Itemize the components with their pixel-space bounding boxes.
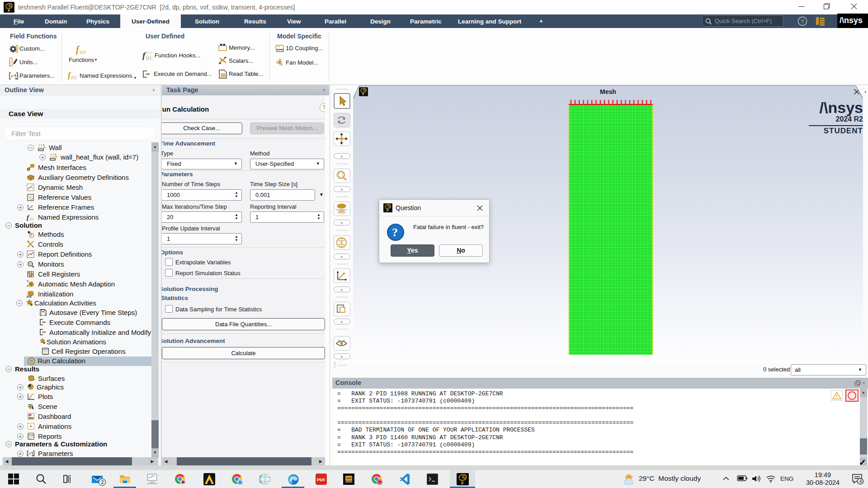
svg-text:f: f (76, 44, 80, 55)
svg-text:F: F (387, 209, 389, 212)
svg-text:PDF: PDF (317, 477, 326, 482)
svg-text:f: f (27, 214, 30, 221)
svg-text:F: F (8, 9, 10, 13)
svg-text:P: P (11, 74, 14, 79)
svg-text:4: 4 (859, 479, 862, 484)
svg-text:t=0: t=0 (27, 295, 31, 298)
svg-text:UNITE: UNITE (346, 477, 354, 480)
svg-text:P: P (28, 452, 31, 456)
svg-text:0101: 0101 (146, 58, 153, 61)
svg-text:?: ? (392, 226, 398, 239)
svg-text:?: ? (801, 19, 804, 25)
svg-text:(x): (x) (71, 75, 77, 80)
svg-text:f: f (68, 70, 71, 80)
svg-text:0101: 0101 (145, 51, 153, 55)
svg-text:F: F (462, 481, 464, 485)
svg-text:2: 2 (101, 479, 104, 485)
svg-text:(x): (x) (80, 49, 86, 55)
